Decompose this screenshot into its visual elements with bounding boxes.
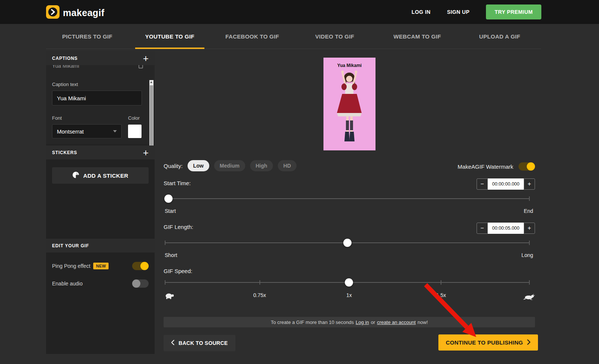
gif-speed-label: GIF Speed:	[164, 268, 192, 274]
makeagif-logo-icon	[46, 5, 60, 20]
stickers-title: STICKERS	[52, 150, 77, 155]
slider-endtick	[529, 280, 530, 285]
continue-to-publishing-label: CONTINUE TO PUBLISHING	[446, 339, 523, 346]
account-notice: To create a GIF more than 10 seconds Log…	[164, 317, 535, 327]
captions-section-header: CAPTIONS +	[46, 51, 155, 65]
tab-webcam-to-gif[interactable]: WEBCAM TO GIF	[376, 24, 458, 49]
caption-item-label: Yua Mikami	[52, 65, 79, 69]
start-time-minus-button[interactable]: −	[477, 178, 488, 190]
quality-option-hd[interactable]: HD	[278, 160, 297, 171]
captions-scrollbar-thumb[interactable]	[150, 85, 153, 149]
gif-length-minus-button[interactable]: −	[477, 223, 488, 234]
tab-video-to-gif[interactable]: VIDEO TO GIF	[294, 24, 376, 49]
length-range-max-label: Long	[522, 252, 533, 258]
tab-upload-a-gif[interactable]: UPLOAD A GIF	[459, 24, 541, 49]
editor-sidebar: CAPTIONS + Yua Mikami Caption text Font	[46, 51, 155, 354]
quality-option-medium[interactable]: Medium	[214, 160, 245, 171]
back-to-source-label: BACK TO SOURCE	[179, 340, 228, 346]
speed-tick-0-75x	[259, 280, 260, 285]
new-badge: NEW	[93, 263, 109, 269]
gif-length-value[interactable]: 00:00:05.000	[488, 223, 524, 234]
notice-login-link[interactable]: Log in	[356, 319, 369, 325]
gif-length-label: GIF Length:	[164, 224, 193, 230]
start-time-slider-handle[interactable]	[164, 195, 173, 203]
start-time-plus-button[interactable]: +	[524, 178, 535, 190]
quality-selector: Quality: Low Medium High HD	[164, 160, 297, 171]
tab-pictures-to-gif[interactable]: PICTURES TO GIF	[46, 24, 128, 49]
watermark-toggle-knob[interactable]	[527, 162, 535, 171]
font-label: Font	[52, 115, 122, 121]
speed-label-1x: 1x	[346, 292, 352, 298]
start-time-slider[interactable]	[165, 195, 530, 203]
quality-option-low[interactable]: Low	[188, 160, 209, 171]
speed-label-1-5x: 1.5x	[436, 292, 446, 298]
enable-audio-row: Enable audio	[52, 278, 149, 289]
gif-preview: Yua Mikami	[323, 58, 375, 150]
enable-audio-label: Enable audio	[52, 281, 83, 287]
captions-title: CAPTIONS	[52, 56, 77, 61]
start-time-value[interactable]: 00:00:00.000	[488, 178, 524, 190]
add-a-sticker-button[interactable]: ADD A STICKER	[52, 167, 149, 184]
caption-color-swatch[interactable]	[128, 125, 142, 138]
stickers-section-header: STICKERS +	[46, 146, 155, 159]
add-sticker-plus-icon[interactable]: +	[143, 149, 149, 156]
quality-label: Quality:	[164, 163, 183, 169]
watermark-toggle[interactable]	[519, 162, 535, 171]
preview-figure	[323, 58, 375, 150]
tab-youtube-to-gif[interactable]: YOUTUBE TO GIF	[128, 24, 211, 49]
brand-logo[interactable]: makeagif	[46, 5, 104, 20]
login-link[interactable]: LOG IN	[411, 9, 431, 15]
gif-length-slider[interactable]	[165, 239, 530, 247]
signup-link[interactable]: SIGN UP	[447, 9, 469, 15]
gif-speed-slider[interactable]	[165, 278, 530, 287]
edit-gif-section-header: EDIT YOUR GIF	[46, 239, 155, 253]
gif-length-range-labels: Short Long	[165, 252, 533, 259]
start-time-label: Start Time:	[164, 180, 191, 186]
try-premium-button[interactable]: TRY PREMIUM	[486, 4, 541, 19]
ping-pong-toggle[interactable]	[132, 262, 149, 270]
enable-audio-toggle[interactable]	[132, 279, 149, 288]
continue-to-publishing-button[interactable]: CONTINUE TO PUBLISHING	[438, 334, 538, 351]
font-select-value: Montserrat	[57, 128, 84, 135]
caption-list-item[interactable]: Yua Mikami	[46, 65, 155, 71]
add-sticker-label: ADD A STICKER	[83, 172, 128, 179]
start-range-min-label: Start	[165, 208, 176, 214]
caption-text-label: Caption text	[52, 82, 155, 87]
rabbit-icon	[523, 294, 535, 302]
edit-gif-title: EDIT YOUR GIF	[52, 243, 89, 248]
chevron-right-icon	[527, 339, 530, 346]
gif-length-stepper: − 00:00:05.000 +	[477, 223, 535, 234]
add-caption-plus-icon[interactable]: +	[143, 55, 149, 62]
trash-icon[interactable]	[138, 65, 143, 70]
slider-endtick	[529, 241, 530, 245]
ping-pong-label: Ping Pong effect	[52, 263, 90, 269]
gif-speed-slider-handle[interactable]	[345, 278, 353, 287]
quality-option-high[interactable]: High	[250, 160, 273, 171]
slider-endtick	[529, 196, 530, 201]
enable-audio-toggle-knob[interactable]	[132, 279, 140, 288]
turtle-icon	[165, 293, 174, 301]
ping-pong-row: Ping Pong effect NEW	[52, 261, 149, 271]
font-select[interactable]: Montserrat	[52, 124, 122, 138]
gif-length-plus-button[interactable]: +	[524, 223, 535, 234]
gif-length-slider-handle[interactable]	[343, 239, 352, 247]
preview-caption-text: Yua Mikami	[323, 63, 375, 68]
caption-text-input[interactable]	[52, 91, 142, 105]
speed-tick-labels: 0.75x 1x 1.5x	[165, 292, 530, 299]
back-to-source-button[interactable]: BACK TO SOURCE	[164, 335, 235, 351]
tab-facebook-to-gif[interactable]: FACEBOOK TO GIF	[211, 24, 294, 49]
sticker-icon	[72, 171, 79, 180]
scroll-up-icon[interactable]	[150, 81, 152, 83]
notice-create-account-link[interactable]: create an account	[377, 319, 416, 325]
notice-text-after: now!	[417, 319, 428, 325]
main-tabbar: PICTURES TO GIF YOUTUBE TO GIF FACEBOOK …	[46, 24, 541, 49]
notice-conjunction: or	[371, 319, 375, 325]
watermark-control: MakeAGIF Watermark	[457, 162, 535, 171]
slider-track[interactable]	[165, 198, 530, 199]
chevron-down-icon	[113, 130, 117, 132]
captions-panel: Yua Mikami Caption text Font Montserrat	[46, 65, 155, 144]
ping-pong-toggle-knob[interactable]	[140, 262, 149, 270]
brand-name: makeagif	[63, 7, 104, 18]
chevron-left-icon	[171, 340, 174, 346]
start-range-max-label: End	[524, 208, 533, 214]
